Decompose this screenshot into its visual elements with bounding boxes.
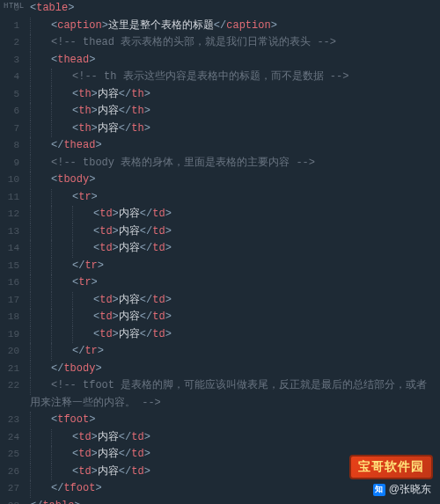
code-line[interactable]: <tr> (30, 274, 440, 292)
code-line[interactable]: 用来注释一些的内容。 --> (30, 395, 440, 413)
code-line[interactable]: <tr> (30, 189, 440, 207)
code-line[interactable]: </tr> (30, 258, 440, 275)
code-line[interactable]: <table> (30, 0, 440, 18)
code-line[interactable]: <td>内容</td> (30, 206, 440, 223)
code-line[interactable]: <tfoot> (30, 412, 440, 429)
code-line[interactable]: <tbody> (30, 172, 440, 189)
zhihu-author: @张晓东 (389, 482, 431, 497)
code-line[interactable]: <!-- tfoot 是表格的脚，可能应该叫做表尾，反正就是最后的总结部分，或者 (30, 377, 440, 395)
code-line[interactable]: <td>内容</td> (30, 309, 440, 326)
code-editor[interactable]: 0123456789101112131415161718192021222324… (0, 0, 440, 504)
code-line[interactable]: <th>内容</th> (30, 86, 440, 104)
code-line[interactable]: <!-- tbody 表格的身体，里面是表格的主要内容 --> (30, 155, 440, 172)
code-line[interactable]: <!-- thead 表示表格的头部，就是我们日常说的表头 --> (30, 34, 440, 52)
code-line[interactable]: <td>内容</td> (30, 429, 440, 447)
code-line[interactable]: </table> (30, 498, 440, 505)
code-line[interactable]: </thead> (30, 137, 440, 155)
code-line[interactable]: <th>内容</th> (30, 121, 440, 138)
line-number-gutter: 0123456789101112131415161718192021222324… (0, 0, 26, 504)
code-line[interactable]: <td>内容</td> (30, 292, 440, 310)
code-line[interactable]: <td>内容</td> (30, 240, 440, 258)
zhihu-watermark: 知 @张晓东 (373, 482, 431, 497)
language-label: HTML (0, 0, 28, 12)
code-line[interactable]: <caption>这里是整个表格的标题</caption> (30, 18, 440, 35)
code-line[interactable]: </tbody> (30, 361, 440, 378)
code-line[interactable]: <!-- th 表示这些内容是表格中的标题，而不是数据 --> (30, 69, 440, 86)
code-line[interactable]: <thead> (30, 52, 440, 69)
watermark-badge: 宝哥软件园 (349, 455, 433, 479)
zhihu-icon: 知 (373, 484, 385, 496)
code-line[interactable]: <td>内容</td> (30, 326, 440, 344)
code-area[interactable]: <table><caption>这里是整个表格的标题</caption><!--… (26, 0, 440, 504)
code-line[interactable]: </tr> (30, 343, 440, 361)
code-line[interactable]: <th>内容</th> (30, 103, 440, 121)
code-line[interactable]: <td>内容</td> (30, 223, 440, 241)
